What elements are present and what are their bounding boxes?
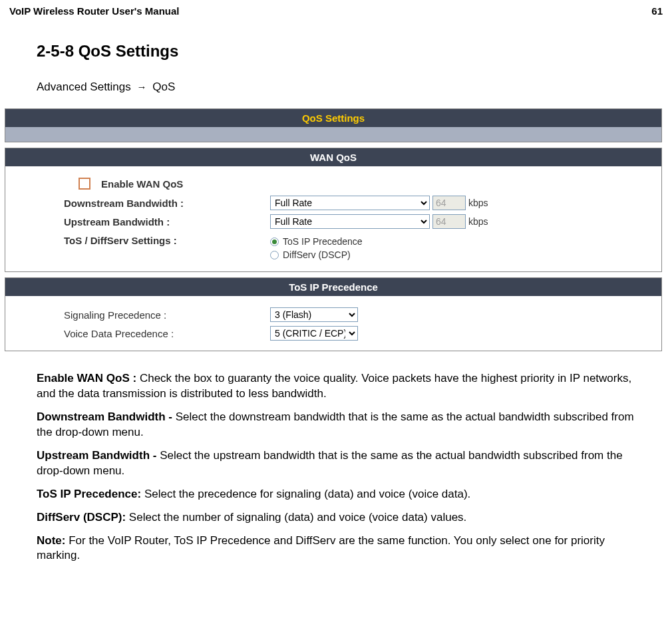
breadcrumb-level2: QoS: [152, 80, 175, 93]
page-header: VoIP Wireless Router User's Manual 61: [0, 0, 672, 22]
arrow-icon: →: [137, 81, 147, 92]
qos-settings-panel: QoS Settings: [5, 108, 662, 142]
desc-tos-text: Select the precedence for signaling (dat…: [144, 488, 470, 500]
voice-label: Voice Data Precedence :: [64, 328, 270, 339]
downstream-label: Downstream Bandwidth :: [64, 198, 270, 209]
desc-downstream: Downstream Bandwidth - Select the downst…: [37, 410, 639, 440]
desc-tos: ToS IP Precedence: Select the precedence…: [37, 487, 639, 502]
desc-enable-bold: Enable WAN QoS :: [37, 372, 140, 385]
wan-qos-panel: WAN QoS Enable WAN QoS Downstream Bandwi…: [5, 148, 662, 272]
desc-upstream-bold: Upstream Bandwidth -: [37, 449, 160, 462]
diffserv-radio-label: DiffServ (DSCP): [283, 249, 351, 260]
downstream-unit: kbps: [468, 198, 488, 208]
upstream-input[interactable]: [432, 214, 466, 229]
manual-title: VoIP Wireless Router User's Manual: [9, 5, 179, 17]
wan-qos-title: WAN QoS: [5, 148, 661, 166]
tos-radio[interactable]: [270, 237, 279, 246]
upstream-label: Upstream Bandwidth :: [64, 216, 270, 228]
desc-note: Note: For the VoIP Router, ToS IP Preced…: [37, 534, 639, 564]
desc-enable: Enable WAN QoS : Check the box to guaran…: [37, 371, 639, 402]
downstream-input[interactable]: [432, 196, 466, 210]
enable-wan-qos-label: Enable WAN QoS: [101, 178, 183, 190]
tos-radio-label: ToS IP Precedence: [283, 236, 363, 247]
signaling-select[interactable]: 3 (Flash): [270, 307, 358, 322]
upstream-select[interactable]: Full Rate: [270, 214, 430, 229]
breadcrumb-level1: Advanced Settings: [37, 80, 131, 93]
upstream-unit: kbps: [468, 216, 488, 227]
desc-diffserv-bold: DiffServ (DSCP):: [37, 511, 129, 524]
desc-diffserv-text: Select the number of signaling (data) an…: [129, 511, 466, 524]
qos-settings-subheader: [5, 127, 661, 142]
page-number: 61: [651, 5, 663, 17]
desc-diffserv: DiffServ (DSCP): Select the number of si…: [37, 510, 639, 526]
tos-precedence-panel: ToS IP Precedence Signaling Precedence :…: [5, 277, 662, 351]
desc-upstream: Upstream Bandwidth - Select the upstream…: [37, 448, 639, 479]
desc-tos-bold: ToS IP Precedence:: [37, 488, 144, 500]
diffserv-radio[interactable]: [270, 251, 279, 259]
signaling-label: Signaling Precedence :: [64, 309, 270, 321]
tos-diffserv-label: ToS / DiffServ Settings :: [64, 235, 270, 246]
desc-downstream-bold: Downstream Bandwidth -: [37, 410, 176, 423]
downstream-select[interactable]: Full Rate: [270, 196, 430, 210]
qos-settings-title: QoS Settings: [5, 109, 661, 127]
enable-wan-qos-checkbox[interactable]: [79, 178, 90, 190]
desc-note-bold: Note:: [37, 534, 69, 547]
tos-precedence-title: ToS IP Precedence: [5, 278, 661, 296]
breadcrumb: Advanced Settings → QoS: [37, 80, 639, 94]
voice-select[interactable]: 5 (CRITIC / ECP): [270, 326, 358, 341]
desc-note-text: For the VoIP Router, ToS IP Precedence a…: [37, 534, 605, 562]
page-heading: 2-5-8 QoS Settings: [37, 42, 639, 61]
